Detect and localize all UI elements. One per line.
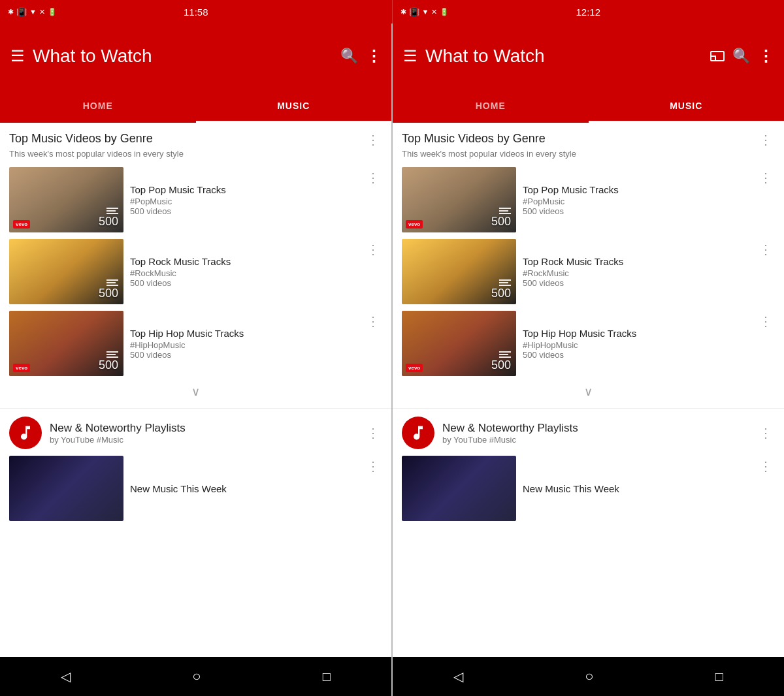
phone-screen-right: ☰ What to Watch 🔍 ⋮ HOME MUSIC T bbox=[393, 24, 784, 696]
status-bar-right: ✱ 📳 ▼ ✕ 🔋 12:12 bbox=[392, 0, 785, 24]
section-menu-right[interactable]: ⋮ bbox=[757, 132, 775, 148]
item-menu-hiphop-left[interactable]: ⋮ bbox=[364, 311, 382, 332]
preview-thumb-left bbox=[9, 456, 123, 521]
playlist-item-hiphop-right[interactable]: 500 vevo Top Hip Hop Music Tracks #HipHo… bbox=[402, 308, 775, 379]
show-more-left[interactable]: ∨ bbox=[9, 379, 382, 404]
status-time-left: 11:58 bbox=[184, 7, 208, 18]
preview-info-right: New Music This Week bbox=[523, 483, 750, 494]
section-genre-right: Top Music Videos by Genre ⋮ This week's … bbox=[393, 123, 784, 409]
playlist-item-rock-left[interactable]: 500 Top Rock Music Tracks #RockMusic 500… bbox=[9, 236, 382, 308]
screens-container: ☰ What to Watch 🔍 ⋮ HOME MUSIC Top Music… bbox=[0, 24, 784, 696]
nav-recents-left[interactable]: □ bbox=[323, 669, 331, 684]
search-icon-left[interactable]: 🔍 bbox=[340, 48, 358, 65]
signal-icon: ✕ bbox=[39, 8, 45, 16]
tab-music-right[interactable]: MUSIC bbox=[589, 89, 785, 123]
vibrate-icon: 📳 bbox=[16, 7, 27, 17]
noteworthy-info-right: New & Noteworthy Playlists by YouTube #M… bbox=[442, 422, 749, 445]
app-bar-left: ☰ What to Watch 🔍 ⋮ bbox=[0, 24, 391, 89]
menu-icon-left[interactable]: ☰ bbox=[10, 47, 25, 65]
vevo-badge-hiphop-left: vevo bbox=[13, 364, 30, 372]
noteworthy-icon-right bbox=[402, 417, 434, 449]
playlist-info-rock-left: Top Rock Music Tracks #RockMusic 500 vid… bbox=[130, 256, 357, 288]
preview-thumb-right bbox=[402, 456, 516, 521]
search-icon-right[interactable]: 🔍 bbox=[732, 48, 750, 65]
status-bar: ✱ 📳 ▼ ✕ 🔋 11:58 ✱ 📳 ▼ ✕ 🔋 12:12 bbox=[0, 0, 784, 24]
thumb-rock-left: 500 bbox=[9, 239, 123, 304]
playlist-info-hiphop-left: Top Hip Hop Music Tracks #HipHopMusic 50… bbox=[130, 328, 357, 360]
noteworthy-menu-right[interactable]: ⋮ bbox=[757, 422, 775, 443]
preview-menu-left[interactable]: ⋮ bbox=[364, 456, 382, 477]
playlist-info-pop-right: Top Pop Music Tracks #PopMusic 500 video… bbox=[523, 184, 750, 216]
vevo-badge-pop-right: vevo bbox=[406, 220, 423, 229]
noteworthy-section-right: New & Noteworthy Playlists by YouTube #M… bbox=[393, 409, 784, 529]
item-menu-rock-right[interactable]: ⋮ bbox=[757, 239, 775, 260]
show-more-right[interactable]: ∨ bbox=[402, 379, 775, 404]
playlist-item-pop-right[interactable]: 500 vevo Top Pop Music Tracks #PopMusic … bbox=[402, 164, 775, 236]
content-left: Top Music Videos by Genre ⋮ This week's … bbox=[0, 123, 391, 657]
item-menu-rock-left[interactable]: ⋮ bbox=[364, 239, 382, 260]
nav-back-right[interactable]: ◁ bbox=[453, 669, 463, 684]
battery-icon-r: 🔋 bbox=[440, 8, 449, 16]
battery-icon: 🔋 bbox=[48, 8, 57, 16]
tab-home-right[interactable]: HOME bbox=[393, 89, 589, 123]
phone-screen-left: ☰ What to Watch 🔍 ⋮ HOME MUSIC Top Music… bbox=[0, 24, 391, 696]
section-title-left: Top Music Videos by Genre bbox=[9, 132, 153, 146]
item-menu-hiphop-right[interactable]: ⋮ bbox=[757, 311, 775, 332]
vevo-badge-hiphop-right: vevo bbox=[406, 364, 423, 372]
status-icons-right: ✱ 📳 ▼ ✕ 🔋 bbox=[400, 7, 449, 17]
bluetooth-icon-r: ✱ bbox=[400, 8, 406, 16]
app-bar-right: ☰ What to Watch 🔍 ⋮ bbox=[393, 24, 784, 89]
preview-info-left: New Music This Week bbox=[130, 483, 357, 494]
content-right: Top Music Videos by Genre ⋮ This week's … bbox=[393, 123, 784, 657]
status-time-right: 12:12 bbox=[576, 7, 600, 18]
playlist-info-pop-left: Top Pop Music Tracks #PopMusic 500 video… bbox=[130, 184, 357, 216]
noteworthy-info-left: New & Noteworthy Playlists by YouTube #M… bbox=[50, 422, 356, 445]
section-genre-left: Top Music Videos by Genre ⋮ This week's … bbox=[0, 123, 391, 409]
nav-recents-right[interactable]: □ bbox=[715, 669, 723, 684]
thumb-rock-right: 500 bbox=[402, 239, 516, 304]
nav-back-left[interactable]: ◁ bbox=[61, 669, 71, 684]
wifi-icon-r: ▼ bbox=[422, 8, 429, 16]
section-subtitle-left: This week's most popular videos in every… bbox=[9, 149, 382, 159]
section-title-right: Top Music Videos by Genre bbox=[402, 132, 546, 146]
item-menu-pop-left[interactable]: ⋮ bbox=[364, 167, 382, 188]
vevo-badge-pop-left: vevo bbox=[13, 220, 30, 229]
preview-menu-right[interactable]: ⋮ bbox=[757, 456, 775, 477]
status-bar-left: ✱ 📳 ▼ ✕ 🔋 11:58 bbox=[0, 0, 392, 24]
status-icons-left: ✱ 📳 ▼ ✕ 🔋 bbox=[8, 7, 57, 17]
playlist-item-hiphop-left[interactable]: 500 vevo Top Hip Hop Music Tracks #HipHo… bbox=[9, 308, 382, 379]
noteworthy-section-left: New & Noteworthy Playlists by YouTube #M… bbox=[0, 409, 391, 529]
cast-icon-right[interactable] bbox=[710, 51, 725, 61]
bluetooth-icon: ✱ bbox=[8, 8, 14, 16]
tab-home-left[interactable]: HOME bbox=[0, 89, 196, 123]
playlist-info-rock-right: Top Rock Music Tracks #RockMusic 500 vid… bbox=[523, 256, 750, 288]
playlist-item-rock-right[interactable]: 500 Top Rock Music Tracks #RockMusic 500… bbox=[402, 236, 775, 308]
thumb-pop-right: 500 vevo bbox=[402, 167, 516, 232]
thumb-hiphop-right: 500 vevo bbox=[402, 311, 516, 376]
nav-home-right[interactable]: ○ bbox=[585, 668, 593, 685]
playlist-item-pop-left[interactable]: 500 vevo Top Pop Music Tracks #PopMusic … bbox=[9, 164, 382, 236]
tab-bar-right: HOME MUSIC bbox=[393, 89, 784, 123]
item-menu-pop-right[interactable]: ⋮ bbox=[757, 167, 775, 188]
section-menu-left[interactable]: ⋮ bbox=[364, 132, 382, 148]
signal-icon-r: ✕ bbox=[431, 8, 437, 16]
wifi-icon: ▼ bbox=[29, 8, 37, 16]
tab-music-left[interactable]: MUSIC bbox=[196, 89, 392, 123]
vibrate-icon-r: 📳 bbox=[409, 7, 419, 17]
bottom-nav-left: ◁ ○ □ bbox=[0, 657, 391, 696]
section-subtitle-right: This week's most popular videos in every… bbox=[402, 149, 775, 159]
noteworthy-icon-left bbox=[9, 417, 42, 449]
menu-icon-right[interactable]: ☰ bbox=[403, 47, 417, 65]
nav-home-left[interactable]: ○ bbox=[192, 668, 201, 685]
noteworthy-menu-left[interactable]: ⋮ bbox=[364, 422, 382, 443]
bottom-nav-right: ◁ ○ □ bbox=[393, 657, 784, 696]
playlist-info-hiphop-right: Top Hip Hop Music Tracks #HipHopMusic 50… bbox=[523, 328, 750, 360]
more-icon-left[interactable]: ⋮ bbox=[366, 47, 381, 65]
app-title-right: What to Watch bbox=[425, 46, 702, 67]
more-icon-right[interactable]: ⋮ bbox=[758, 47, 774, 65]
thumb-pop-left: 500 vevo bbox=[9, 167, 123, 232]
thumb-hiphop-left: 500 vevo bbox=[9, 311, 123, 376]
app-title-left: What to Watch bbox=[33, 46, 333, 67]
tab-bar-left: HOME MUSIC bbox=[0, 89, 391, 123]
